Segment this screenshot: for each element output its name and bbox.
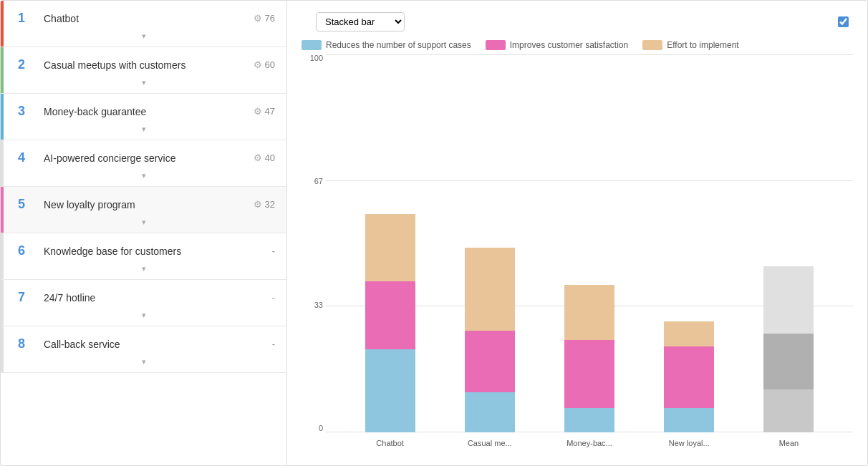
chart-inner: 10067330 ChatbotCasual me...Money-bac...… <box>304 54 853 454</box>
rank-number: 1 <box>18 11 38 26</box>
item-title: Chatbot <box>44 13 254 24</box>
bar-segment <box>664 321 714 346</box>
item-title: 24/7 hotline <box>44 292 272 304</box>
x-axis-tick-label: Chatbot <box>340 439 440 447</box>
show-mean-control <box>838 16 853 27</box>
bar-group <box>355 214 426 432</box>
y-axis-tick-label: 67 <box>304 178 326 185</box>
x-axis-tick-label: New loyal... <box>640 439 739 447</box>
item-score: ⚙ 47 <box>254 106 275 117</box>
bar-segment <box>365 281 415 349</box>
legend-label: Reduces the number of support cases <box>326 40 471 50</box>
legend-item: Reduces the number of support cases <box>302 40 471 50</box>
item-title: AI-powered concierge service <box>44 152 254 164</box>
legend-item: Effort to implement <box>642 40 739 50</box>
chevron-down-icon[interactable]: ▾ <box>1 77 286 93</box>
legend-color-swatch <box>302 40 322 50</box>
rank-number: 5 <box>18 197 38 212</box>
item-title: Money-back guarantee <box>44 106 254 117</box>
list-item[interactable]: 3Money-back guarantee⚙ 47▾ <box>1 94 286 140</box>
x-axis-tick-label: Mean <box>739 439 839 447</box>
bar-segment <box>564 340 614 408</box>
list-item[interactable]: 8Call-back service-▾ <box>1 326 286 373</box>
show-mean-checkbox[interactable] <box>838 16 849 27</box>
legend-color-swatch <box>642 40 662 50</box>
item-score: ⚙ 40 <box>254 152 275 163</box>
legend-label: Improves customer satisfaction <box>510 40 628 50</box>
score-icon: ⚙ <box>254 59 262 70</box>
item-score: ⚙ 32 <box>254 199 275 210</box>
score-icon: ⚙ <box>254 199 262 210</box>
chart-legend: Reduces the number of support casesImpro… <box>302 40 853 50</box>
list-item-inner: 2Casual meetups with customers⚙ 60 <box>1 47 286 77</box>
list-item[interactable]: 724/7 hotline-▾ <box>1 280 286 326</box>
rank-bar <box>1 187 4 233</box>
stacked-bar[interactable] <box>664 321 714 432</box>
y-axis-tick-label: 100 <box>304 54 326 62</box>
bars-container <box>326 54 853 432</box>
bar-segment <box>564 285 614 340</box>
score-icon: ⚙ <box>254 152 262 163</box>
score-icon: ⚙ <box>254 106 262 117</box>
rank-number: 7 <box>18 290 38 305</box>
rank-number: 6 <box>18 243 38 258</box>
chevron-down-icon[interactable]: ▾ <box>1 30 286 47</box>
rank-number: 4 <box>18 150 38 165</box>
main-container: 1Chatbot⚙ 76▾2Casual meetups with custom… <box>0 0 868 466</box>
stacked-bar[interactable] <box>365 214 415 432</box>
legend-item: Improves customer satisfaction <box>486 40 628 50</box>
x-axis-tick-label: Money-bac... <box>539 439 639 447</box>
y-axis-tick-label: 0 <box>304 424 326 432</box>
item-title: Call-back service <box>44 339 272 350</box>
chevron-down-icon[interactable]: ▾ <box>1 170 286 186</box>
item-score: ⚙ 76 <box>254 13 275 24</box>
rank-bar <box>1 94 4 140</box>
list-item[interactable]: 2Casual meetups with customers⚙ 60▾ <box>1 47 286 94</box>
list-item[interactable]: 5New loyalty program⚙ 32▾ <box>1 187 286 233</box>
list-item[interactable]: 4AI-powered concierge service⚙ 40▾ <box>1 140 286 187</box>
chevron-down-icon[interactable]: ▾ <box>1 263 286 279</box>
list-item[interactable]: 6Knowledge base for customers-▾ <box>1 233 286 280</box>
chevron-down-icon[interactable]: ▾ <box>1 216 286 233</box>
item-score: - <box>272 246 275 256</box>
rank-bar <box>1 1 4 47</box>
rank-bar <box>1 280 4 326</box>
bar-group <box>653 321 725 432</box>
x-axis-tick-label: Casual me... <box>440 439 539 447</box>
rank-number: 2 <box>18 57 38 72</box>
chevron-down-icon[interactable]: ▾ <box>1 309 286 326</box>
chevron-down-icon[interactable]: ▾ <box>1 123 286 140</box>
x-labels: ChatbotCasual me...Money-bac...New loyal… <box>326 432 853 454</box>
bar-segment <box>763 266 814 334</box>
list-item-inner: 724/7 hotline- <box>1 280 286 309</box>
bar-segment <box>564 408 614 432</box>
item-title: New loyalty program <box>44 199 254 210</box>
legend-label: Effort to implement <box>667 40 739 50</box>
right-panel: Stacked barBarLine Reduces the number of… <box>287 1 867 465</box>
list-item-inner: 3Money-back guarantee⚙ 47 <box>1 94 286 123</box>
bar-segment <box>465 331 515 392</box>
list-item[interactable]: 1Chatbot⚙ 76▾ <box>1 1 286 47</box>
bar-segment <box>365 349 415 432</box>
stacked-bar[interactable] <box>564 285 614 432</box>
chart-type-select[interactable]: Stacked barBarLine <box>316 12 405 31</box>
bar-segment <box>465 392 515 432</box>
bar-segment <box>763 334 814 389</box>
bar-segment <box>664 408 714 432</box>
list-item-inner: 5New loyalty program⚙ 32 <box>1 187 286 216</box>
rank-bar <box>1 326 4 372</box>
item-title: Casual meetups with customers <box>44 59 254 71</box>
list-item-inner: 1Chatbot⚙ 76 <box>1 1 286 30</box>
stacked-bar[interactable] <box>763 266 814 432</box>
rank-number: 8 <box>18 336 38 351</box>
bar-segment <box>365 214 415 282</box>
chevron-down-icon[interactable]: ▾ <box>1 356 286 372</box>
y-labels: 10067330 <box>304 54 326 432</box>
item-score: ⚙ 60 <box>254 59 275 70</box>
bar-group <box>454 248 526 432</box>
rank-bar <box>1 47 4 93</box>
stacked-bar[interactable] <box>465 248 515 432</box>
left-panel: 1Chatbot⚙ 76▾2Casual meetups with custom… <box>1 1 287 465</box>
chart-area: 10067330 ChatbotCasual me...Money-bac...… <box>302 54 853 454</box>
chart-header: Stacked barBarLine <box>302 12 853 31</box>
